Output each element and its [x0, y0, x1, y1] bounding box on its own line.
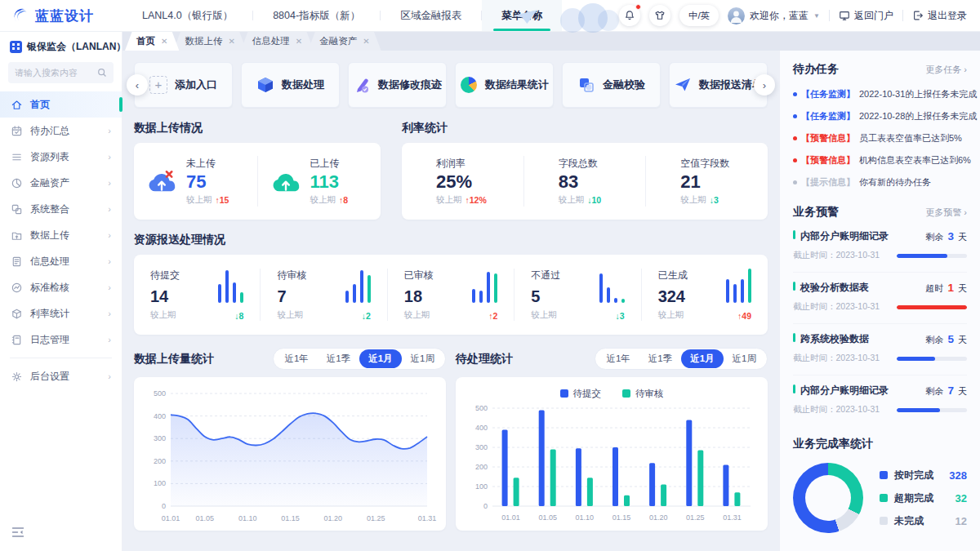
cloud-decor-icon — [560, 8, 585, 33]
range-button-近1年[interactable]: 近1年 — [275, 349, 317, 368]
top-nav-item[interactable]: 区域金融报表 — [381, 0, 481, 31]
svg-text:01.05: 01.05 — [196, 514, 215, 522]
range-button-近1月[interactable]: 近1月 — [681, 349, 723, 368]
logout-link[interactable]: 退出登录 — [912, 9, 967, 23]
plus-icon: + — [149, 76, 167, 94]
delta-value: ↑8 — [339, 195, 348, 205]
resource-section: 资源报送处理情况 待提交 14 较上期 ↓8 待审核 7 较上期 ↓2 已审核 … — [134, 233, 768, 335]
collapse-sidebar-icon[interactable] — [11, 527, 24, 538]
top-nav-item[interactable]: 8804-指标版（新） — [253, 0, 380, 31]
chevron-right-icon: › — [108, 283, 111, 292]
svg-text:500: 500 — [154, 389, 166, 398]
right-panel: 待办任务 更多任务 › 【任务监测】 2022-10-31的上报任务未完成 【任… — [779, 51, 980, 551]
close-tab-icon[interactable]: ✕ — [296, 37, 302, 46]
task-item[interactable]: 【任务监测】 2022-10-31的上报任务未完成 — [793, 83, 967, 105]
quick-entry-3[interactable]: 数据结果统计 — [455, 62, 554, 108]
top-nav-item[interactable]: LANL4.0（银行版） — [122, 0, 252, 31]
more-tasks-link[interactable]: 更多任务 › — [925, 64, 967, 76]
delta-value: ↑2 — [488, 311, 497, 321]
top-nav: LANL4.0（银行版）8804-指标版（新）区域金融报表菜单名称 — [122, 0, 562, 31]
svg-text:01.20: 01.20 — [324, 514, 343, 522]
legend-item[interactable]: 待提交 — [560, 388, 602, 400]
task-item[interactable]: 【预警信息】 员工表表空值率已达到5% — [793, 127, 967, 149]
legend-item[interactable]: 待审核 — [622, 388, 664, 400]
section-title: 资源报送处理情况 — [134, 233, 768, 247]
warning-item[interactable]: 内部分户账明细记录 剩余 3 天 截止时间：2023-10-31 — [793, 221, 967, 273]
range-button-近1季[interactable]: 近1季 — [318, 349, 359, 368]
return-portal-link[interactable]: 返回门户 — [839, 9, 893, 23]
range-button-近1周[interactable]: 近1周 — [402, 349, 443, 368]
quick-entry-0[interactable]: +添加入口 — [134, 62, 233, 108]
quick-entry-5[interactable]: 数据报送清单 — [669, 62, 768, 108]
cloud-error-icon — [145, 169, 178, 194]
svg-text:01.20: 01.20 — [649, 513, 668, 522]
scroll-right-button[interactable]: › — [754, 74, 775, 96]
sidebar-item-check[interactable]: 标准检核 › — [0, 274, 122, 300]
sidebar-item-pie[interactable]: 金融资产 › — [0, 170, 122, 196]
upload-trend-line-chart: 010020030040050001.0101.0501.1001.1501.2… — [140, 384, 439, 527]
quick-entry-2[interactable]: 数据修改痕迹 — [348, 62, 447, 108]
warning-item[interactable]: 内部分户账明细记录 剩余 7 天 截止时间：2023-10-31 — [793, 375, 967, 426]
delta-value: ↓10 — [587, 195, 601, 205]
close-tab-icon[interactable]: ✕ — [228, 37, 234, 46]
close-tab-icon[interactable]: ✕ — [363, 37, 369, 46]
sidebar-item-cube[interactable]: 利率统计 › — [0, 300, 122, 327]
task-item[interactable]: 【任务监测】 2022-10-28的上报任务未完成 — [793, 105, 967, 127]
chevron-right-icon: › — [108, 257, 111, 266]
delta-row: 较上期↓3 — [680, 194, 729, 206]
bar-chart-card: 待提交待审核 010020030040050001.0101.0501.1001… — [456, 377, 768, 531]
open-tab[interactable]: 首页 ✕ — [125, 31, 179, 51]
calendar-icon — [11, 125, 23, 137]
org-selector[interactable]: 银保监会（LANLAN） ▼ — [0, 31, 122, 60]
more-warnings-link[interactable]: 更多预警 › — [925, 207, 967, 219]
progress-bar — [897, 254, 967, 258]
sidebar-item-journal[interactable]: 日志管理 › — [0, 327, 122, 353]
range-button-近1年[interactable]: 近1年 — [597, 349, 639, 368]
sidebar-item-list[interactable]: 资源列表 › — [0, 144, 122, 170]
task-item[interactable]: 【预警信息】 机构信息表空表率已达到6% — [793, 149, 967, 171]
warning-item[interactable]: 跨系统校验数据 剩余 5 天 截止时间：2023-10-31 — [793, 324, 967, 375]
divider — [902, 10, 903, 21]
top-nav-item[interactable]: 菜单名称 — [482, 0, 562, 31]
theme-button[interactable] — [649, 5, 670, 26]
open-tab[interactable]: 金融资产 ✕ — [308, 31, 381, 51]
avatar — [728, 7, 745, 24]
sidebar-item-blocks[interactable]: 系统整合 › — [0, 196, 122, 222]
cloud-decor-icon — [598, 10, 619, 31]
line-chart-card: 010020030040050001.0101.0501.1001.1501.2… — [134, 377, 446, 531]
warning-item[interactable]: 校验分析数据表 超时 1 天 截止时间：2023-10-31 — [793, 273, 967, 324]
quick-entry-1[interactable]: 数据处理 — [241, 62, 340, 108]
sidebar-search[interactable] — [8, 62, 114, 83]
sidebar-item-home[interactable]: 首页 — [0, 91, 122, 118]
svg-text:400: 400 — [154, 412, 166, 420]
range-button-近1季[interactable]: 近1季 — [639, 349, 681, 368]
quick-entry-4[interactable]: 金融校验 — [562, 62, 661, 108]
svg-text:0: 0 — [483, 502, 488, 510]
logout-icon — [912, 10, 924, 21]
section-title: 利率统计 — [402, 121, 768, 136]
open-tab[interactable]: 信息处理 ✕ — [241, 31, 314, 51]
delta-value: ↑15 — [216, 195, 229, 205]
search-input[interactable] — [15, 68, 92, 78]
task-list: 【任务监测】 2022-10-31的上报任务未完成 【任务监测】 2022-10… — [793, 83, 967, 193]
sidebar-item-calendar[interactable]: 待办汇总 › — [0, 118, 122, 144]
sidebar-item-upload[interactable]: 数据上传 › — [0, 222, 122, 248]
chevron-right-icon: › — [108, 309, 111, 318]
sidebar: 银保监会（LANLAN） ▼ 首页 待办汇总 › 资源列表 › 金融资产 › 系… — [0, 31, 122, 551]
app-header: 蓝蓝设计 LANL4.0（银行版）8804-指标版（新）区域金融报表菜单名称 中… — [0, 0, 980, 31]
notification-button[interactable] — [619, 5, 640, 26]
sidebar-item-doc[interactable]: 信息处理 › — [0, 248, 122, 274]
pie-chart-icon — [460, 76, 478, 94]
range-button-近1周[interactable]: 近1周 — [724, 349, 765, 368]
svg-text:01.31: 01.31 — [418, 514, 437, 522]
open-tab[interactable]: 数据上传 ✕ — [173, 31, 246, 51]
close-tab-icon[interactable]: ✕ — [161, 37, 167, 46]
scroll-left-button[interactable]: ‹ — [127, 74, 148, 96]
legend-value: 12 — [956, 515, 967, 527]
sidebar-item-gear[interactable]: 后台设置 › — [0, 363, 122, 389]
language-toggle[interactable]: 中/英 — [679, 5, 719, 26]
sidebar-menu: 首页 待办汇总 › 资源列表 › 金融资产 › 系统整合 › 数据上传 › 信息… — [0, 90, 122, 517]
range-button-近1月[interactable]: 近1月 — [359, 349, 401, 368]
task-item[interactable]: 【提示信息】 你有新的待办任务 — [793, 171, 967, 193]
user-menu[interactable]: 欢迎你，蓝蓝 ▼ — [728, 7, 820, 24]
